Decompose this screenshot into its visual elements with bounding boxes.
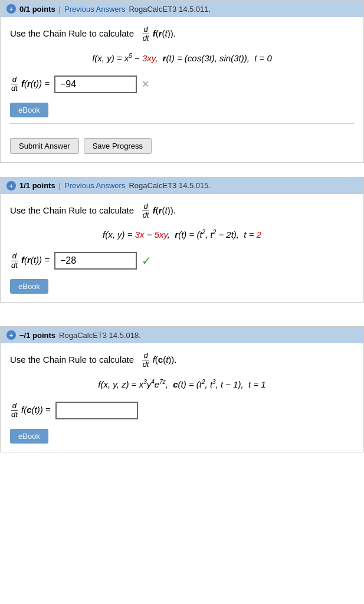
question-bold-f-2: f(r(t)). xyxy=(153,205,176,215)
fraction-num-1: d xyxy=(142,25,149,34)
circle-label-2: + xyxy=(9,182,13,189)
answer-label-2: d dt f(r(t)) = xyxy=(10,252,50,270)
fraction-num-3: d xyxy=(142,352,149,360)
question-prefix-3: Use the Chain Rule to calculate xyxy=(10,354,134,365)
question-text-2: Use the Chain Rule to calculate d dt f(r… xyxy=(10,202,354,220)
math-formula-3: f(x, y, z) = x3y4e7z, c(t) = (t2, t3, t … xyxy=(10,376,354,392)
problem-block-1: + 0/1 points | Previous Answers RogaCalc… xyxy=(0,0,364,163)
points-circle-1: + xyxy=(6,4,16,14)
points-circle-3: + xyxy=(6,330,16,340)
problem-body-2: Use the Chain Rule to calculate d dt f(r… xyxy=(1,194,363,303)
result-icon-2: ✓ xyxy=(142,254,152,268)
ebook-button-2[interactable]: eBook xyxy=(10,279,48,294)
math-formula-1: f(x, y) = x5 − 3xy, r(t) = (cos(3t), sin… xyxy=(10,50,354,66)
answer-label-1: d dt f(r(t)) = xyxy=(10,76,50,93)
source-text-2: RogaCalcET3 14.5.015. xyxy=(129,181,211,190)
points-text-2: 1/1 points xyxy=(19,181,55,190)
answer-input-2[interactable] xyxy=(54,252,137,270)
question-text-1: Use the Chain Rule to calculate d dt f(r… xyxy=(10,25,354,43)
answer-input-3[interactable] xyxy=(55,402,138,419)
spacer-1 xyxy=(0,168,364,177)
answer-label-3: d dt f(c(t)) = xyxy=(10,402,51,419)
separator-2: | xyxy=(59,181,61,190)
ebook-button-3[interactable]: eBook xyxy=(10,429,48,444)
question-prefix-2: Use the Chain Rule to calculate xyxy=(10,205,134,215)
derivative-fraction-2: d dt xyxy=(142,202,150,220)
problem-body-1: Use the Chain Rule to calculate d dt f(r… xyxy=(1,17,363,162)
prev-answers-link-1[interactable]: Previous Answers xyxy=(64,5,125,14)
points-text-1: 0/1 points xyxy=(19,5,55,14)
divider-1 xyxy=(10,123,354,124)
problem-header-3: + −/1 points RogaCalcET3 14.5.018. xyxy=(1,327,363,343)
problem-body-3: Use the Chain Rule to calculate d dt f(c… xyxy=(1,343,363,452)
math-formula-2: f(x, y) = 3x − 5xy, r(t) = (t2, t2 − 2t)… xyxy=(10,226,354,242)
source-text-1: RogaCalcET3 14.5.011. xyxy=(129,5,211,14)
fraction-den-3: dt xyxy=(142,360,150,369)
problem-header-2: + 1/1 points | Previous Answers RogaCalc… xyxy=(1,178,363,194)
fraction-den-2: dt xyxy=(142,211,150,219)
points-circle-2: + xyxy=(6,181,16,191)
question-prefix-1: Use the Chain Rule to calculate xyxy=(10,28,134,38)
fraction-num-2: d xyxy=(142,202,149,211)
spacer-2 xyxy=(0,307,364,317)
question-bold-f-1: f(r(t)). xyxy=(153,28,176,38)
derivative-fraction-3: d dt xyxy=(142,352,150,369)
fraction-den-1: dt xyxy=(142,34,150,42)
problem-block-2: + 1/1 points | Previous Answers RogaCalc… xyxy=(0,177,364,303)
derivative-fraction-1: d dt xyxy=(142,25,150,43)
save-button-1[interactable]: Save Progress xyxy=(84,138,152,154)
answer-row-2: d dt f(r(t)) = ✓ xyxy=(10,252,354,270)
ebook-button-1[interactable]: eBook xyxy=(10,103,48,117)
submit-row-1: Submit Answer Save Progress xyxy=(10,132,354,154)
source-text-3: RogaCalcET3 14.5.018. xyxy=(59,331,141,340)
points-text-3: −/1 points xyxy=(19,331,55,340)
problem-header-1: + 0/1 points | Previous Answers RogaCalc… xyxy=(1,1,363,17)
prev-answers-link-2[interactable]: Previous Answers xyxy=(64,181,125,190)
answer-row-3: d dt f(c(t)) = xyxy=(10,402,354,419)
answer-input-1[interactable] xyxy=(54,76,137,93)
question-text-3: Use the Chain Rule to calculate d dt f(c… xyxy=(10,352,354,369)
circle-label-3: + xyxy=(9,331,13,339)
answer-row-1: d dt f(r(t)) = ✕ xyxy=(10,76,354,93)
question-bold-f-3: f(c(t)). xyxy=(153,354,177,365)
spacer-3 xyxy=(0,317,364,326)
separator-1: | xyxy=(59,5,61,14)
problem-block-3: + −/1 points RogaCalcET3 14.5.018. Use t… xyxy=(0,326,364,452)
result-icon-1: ✕ xyxy=(142,78,149,90)
circle-label-1: + xyxy=(9,5,13,12)
submit-button-1[interactable]: Submit Answer xyxy=(10,138,79,154)
